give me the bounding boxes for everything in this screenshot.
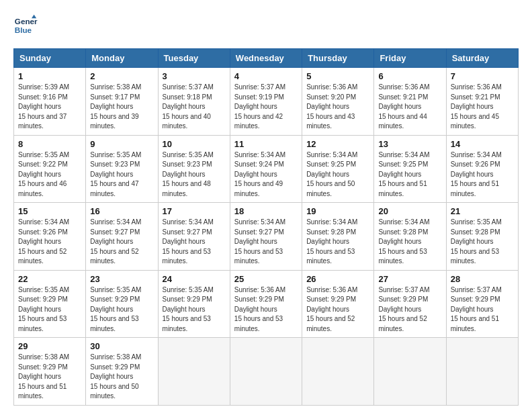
calendar-day-cell	[302, 338, 374, 406]
day-number: 15	[18, 206, 81, 216]
day-info: Sunrise: 5:35 AMSunset: 9:29 PMDaylight …	[163, 285, 226, 334]
day-info: Sunrise: 5:39 AMSunset: 9:16 PMDaylight …	[18, 83, 81, 132]
day-number: 29	[18, 341, 81, 351]
calendar-day-cell: 27Sunrise: 5:37 AMSunset: 9:29 PMDayligh…	[374, 270, 446, 338]
calendar-day-cell: 6Sunrise: 5:36 AMSunset: 9:21 PMDaylight…	[374, 68, 446, 136]
calendar-day-cell: 1Sunrise: 5:39 AMSunset: 9:16 PMDaylight…	[14, 68, 86, 136]
calendar-day-cell: 28Sunrise: 5:37 AMSunset: 9:29 PMDayligh…	[446, 270, 518, 338]
day-info: Sunrise: 5:34 AMSunset: 9:25 PMDaylight …	[378, 150, 441, 199]
calendar-day-cell: 23Sunrise: 5:35 AMSunset: 9:29 PMDayligh…	[86, 270, 158, 338]
day-number: 16	[90, 206, 153, 216]
calendar-day-cell: 25Sunrise: 5:36 AMSunset: 9:29 PMDayligh…	[230, 270, 302, 338]
day-info: Sunrise: 5:36 AMSunset: 9:29 PMDaylight …	[306, 285, 369, 334]
day-info: Sunrise: 5:38 AMSunset: 9:29 PMDaylight …	[90, 353, 153, 402]
calendar-day-cell: 24Sunrise: 5:35 AMSunset: 9:29 PMDayligh…	[158, 270, 230, 338]
day-info: Sunrise: 5:34 AMSunset: 9:26 PMDaylight …	[18, 218, 81, 267]
calendar-day-cell: 13Sunrise: 5:34 AMSunset: 9:25 PMDayligh…	[374, 135, 446, 203]
day-info: Sunrise: 5:38 AMSunset: 9:29 PMDaylight …	[18, 353, 81, 402]
calendar-day-cell: 22Sunrise: 5:35 AMSunset: 9:29 PMDayligh…	[14, 270, 86, 338]
calendar-week-row: 29Sunrise: 5:38 AMSunset: 9:29 PMDayligh…	[14, 338, 519, 406]
day-number: 23	[90, 274, 153, 284]
calendar-week-row: 1Sunrise: 5:39 AMSunset: 9:16 PMDaylight…	[14, 68, 519, 136]
calendar-day-cell	[446, 338, 518, 406]
day-number: 19	[306, 206, 369, 216]
day-number: 20	[378, 206, 441, 216]
day-info: Sunrise: 5:34 AMSunset: 9:26 PMDaylight …	[451, 150, 514, 199]
calendar-day-cell: 21Sunrise: 5:35 AMSunset: 9:28 PMDayligh…	[446, 203, 518, 271]
day-info: Sunrise: 5:35 AMSunset: 9:28 PMDaylight …	[451, 218, 514, 267]
day-number: 27	[378, 274, 441, 284]
day-info: Sunrise: 5:34 AMSunset: 9:24 PMDaylight …	[234, 150, 298, 199]
calendar-day-cell: 3Sunrise: 5:37 AMSunset: 9:18 PMDaylight…	[158, 68, 230, 136]
calendar-week-row: 8Sunrise: 5:35 AMSunset: 9:22 PMDaylight…	[14, 135, 519, 203]
weekday-header: Monday	[86, 49, 158, 68]
day-number: 17	[163, 206, 226, 216]
calendar-week-row: 15Sunrise: 5:34 AMSunset: 9:26 PMDayligh…	[14, 203, 519, 271]
day-number: 5	[306, 71, 369, 81]
day-number: 8	[18, 139, 81, 149]
calendar-day-cell: 7Sunrise: 5:36 AMSunset: 9:21 PMDaylight…	[446, 68, 518, 136]
day-info: Sunrise: 5:35 AMSunset: 9:23 PMDaylight …	[163, 150, 226, 199]
calendar-day-cell	[374, 338, 446, 406]
calendar-day-cell	[230, 338, 302, 406]
day-info: Sunrise: 5:35 AMSunset: 9:23 PMDaylight …	[90, 150, 153, 199]
calendar-day-cell: 4Sunrise: 5:37 AMSunset: 9:19 PMDaylight…	[230, 68, 302, 136]
calendar-day-cell	[158, 338, 230, 406]
calendar-day-cell: 10Sunrise: 5:35 AMSunset: 9:23 PMDayligh…	[158, 135, 230, 203]
weekday-header: Wednesday	[230, 49, 302, 68]
day-number: 9	[90, 139, 153, 149]
day-info: Sunrise: 5:34 AMSunset: 9:25 PMDaylight …	[306, 150, 369, 199]
calendar-day-cell: 12Sunrise: 5:34 AMSunset: 9:25 PMDayligh…	[302, 135, 374, 203]
day-info: Sunrise: 5:36 AMSunset: 9:21 PMDaylight …	[378, 83, 441, 132]
day-number: 24	[163, 274, 226, 284]
weekday-header: Thursday	[302, 49, 374, 68]
day-number: 22	[18, 274, 81, 284]
calendar-day-cell: 15Sunrise: 5:34 AMSunset: 9:26 PMDayligh…	[14, 203, 86, 271]
day-number: 1	[18, 71, 81, 81]
weekday-header: Tuesday	[158, 49, 230, 68]
calendar-day-cell: 11Sunrise: 5:34 AMSunset: 9:24 PMDayligh…	[230, 135, 302, 203]
day-number: 13	[378, 139, 441, 149]
day-info: Sunrise: 5:34 AMSunset: 9:28 PMDaylight …	[306, 218, 369, 267]
calendar-table: SundayMondayTuesdayWednesdayThursdayFrid…	[13, 48, 519, 406]
day-number: 4	[234, 71, 298, 81]
day-info: Sunrise: 5:34 AMSunset: 9:28 PMDaylight …	[378, 218, 441, 267]
day-number: 18	[234, 206, 298, 216]
calendar-day-cell: 5Sunrise: 5:36 AMSunset: 9:20 PMDaylight…	[302, 68, 374, 136]
day-info: Sunrise: 5:35 AMSunset: 9:29 PMDaylight …	[18, 285, 81, 334]
day-info: Sunrise: 5:34 AMSunset: 9:27 PMDaylight …	[234, 218, 298, 267]
day-number: 11	[234, 139, 298, 149]
day-number: 2	[90, 71, 153, 81]
logo: General Blue	[13, 13, 38, 38]
weekday-header: Saturday	[446, 49, 518, 68]
logo-icon: General Blue	[13, 13, 38, 38]
day-info: Sunrise: 5:35 AMSunset: 9:22 PMDaylight …	[18, 150, 81, 199]
day-info: Sunrise: 5:38 AMSunset: 9:17 PMDaylight …	[90, 83, 153, 132]
day-number: 12	[306, 139, 369, 149]
day-info: Sunrise: 5:34 AMSunset: 9:27 PMDaylight …	[90, 218, 153, 267]
day-info: Sunrise: 5:36 AMSunset: 9:20 PMDaylight …	[306, 83, 369, 132]
day-number: 7	[451, 71, 514, 81]
weekday-header: Friday	[374, 49, 446, 68]
day-number: 30	[90, 341, 153, 351]
calendar-day-cell: 8Sunrise: 5:35 AMSunset: 9:22 PMDaylight…	[14, 135, 86, 203]
svg-text:Blue: Blue	[15, 26, 32, 34]
weekday-header: Sunday	[14, 49, 86, 68]
calendar-day-cell: 19Sunrise: 5:34 AMSunset: 9:28 PMDayligh…	[302, 203, 374, 271]
calendar-day-cell: 17Sunrise: 5:34 AMSunset: 9:27 PMDayligh…	[158, 203, 230, 271]
calendar-day-cell: 18Sunrise: 5:34 AMSunset: 9:27 PMDayligh…	[230, 203, 302, 271]
day-info: Sunrise: 5:36 AMSunset: 9:29 PMDaylight …	[234, 285, 298, 334]
day-info: Sunrise: 5:37 AMSunset: 9:18 PMDaylight …	[163, 83, 226, 132]
calendar-header-row: SundayMondayTuesdayWednesdayThursdayFrid…	[14, 49, 519, 68]
day-number: 6	[378, 71, 441, 81]
calendar-day-cell: 20Sunrise: 5:34 AMSunset: 9:28 PMDayligh…	[374, 203, 446, 271]
day-number: 21	[451, 206, 514, 216]
day-number: 10	[163, 139, 226, 149]
day-info: Sunrise: 5:35 AMSunset: 9:29 PMDaylight …	[90, 285, 153, 334]
calendar-day-cell: 26Sunrise: 5:36 AMSunset: 9:29 PMDayligh…	[302, 270, 374, 338]
calendar-day-cell: 2Sunrise: 5:38 AMSunset: 9:17 PMDaylight…	[86, 68, 158, 136]
calendar-day-cell: 16Sunrise: 5:34 AMSunset: 9:27 PMDayligh…	[86, 203, 158, 271]
calendar-day-cell: 29Sunrise: 5:38 AMSunset: 9:29 PMDayligh…	[14, 338, 86, 406]
day-info: Sunrise: 5:36 AMSunset: 9:21 PMDaylight …	[451, 83, 514, 132]
calendar-day-cell: 9Sunrise: 5:35 AMSunset: 9:23 PMDaylight…	[86, 135, 158, 203]
